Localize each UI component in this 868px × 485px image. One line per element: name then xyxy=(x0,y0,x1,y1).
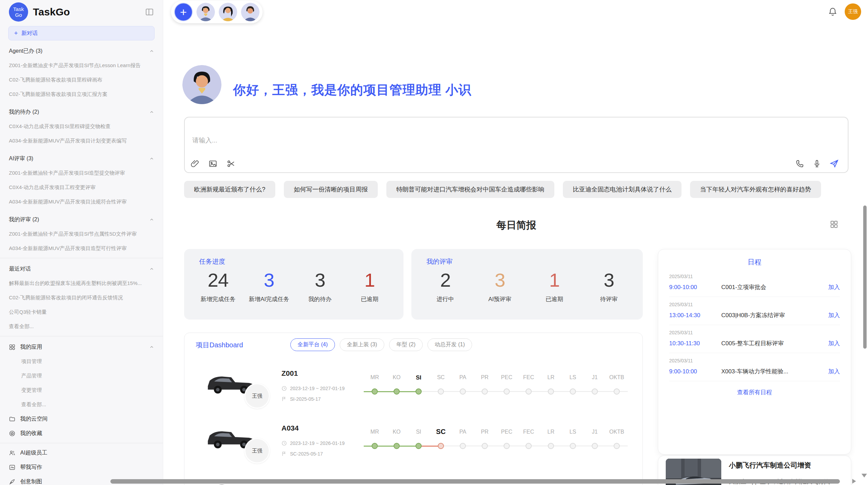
list-item[interactable]: Z001-全新燃油轻卡产品开发项目SI造型提交物评审 xyxy=(0,166,163,180)
chevron-up-icon[interactable] xyxy=(149,267,154,271)
sidebar-item-help-me-write[interactable]: 帮我写作 xyxy=(0,460,163,474)
milestone-dot[interactable] xyxy=(372,388,378,395)
list-item[interactable]: C02-飞腾新能源轻客改款项目立项汇报方案 xyxy=(0,87,163,101)
panel-collapse-icon[interactable] xyxy=(145,8,154,16)
avatar[interactable] xyxy=(241,3,260,21)
new-session-button[interactable]: + xyxy=(174,3,193,21)
milestone-dot[interactable] xyxy=(570,443,576,449)
chevron-up-icon[interactable] xyxy=(149,345,154,349)
scissors-icon[interactable] xyxy=(227,159,236,168)
milestone-dot[interactable] xyxy=(548,388,554,395)
sidebar-item-ai-super-staff[interactable]: AI超级员工 xyxy=(0,446,163,460)
phone-icon[interactable] xyxy=(795,159,804,168)
suggestion-chip[interactable]: 比亚迪全固态电池计划具体说了什么 xyxy=(563,181,682,198)
milestone-dot[interactable] xyxy=(482,388,488,395)
join-link[interactable]: 加入 xyxy=(828,368,840,375)
sidebar-item-cloud-space[interactable]: 我的云空间 xyxy=(0,412,163,426)
prompt-input[interactable] xyxy=(192,137,604,144)
milestone-dot[interactable] xyxy=(438,388,444,395)
project-name[interactable]: Z001 xyxy=(281,369,298,377)
avatar[interactable] xyxy=(196,3,215,21)
section-header-ai-review[interactable]: AI评审 (3) xyxy=(0,151,163,166)
sidebar-item-change-mgmt[interactable]: 变更管理 xyxy=(0,383,163,397)
milestone-dot[interactable] xyxy=(394,443,400,449)
metric-label: 已逾期 xyxy=(535,295,573,303)
milestone-dot[interactable] xyxy=(504,388,510,395)
view-all-recent-link[interactable]: 查看全部... xyxy=(0,319,163,334)
notification-bell-icon[interactable] xyxy=(828,7,837,16)
milestone-dot[interactable] xyxy=(548,443,554,449)
milestone-dot[interactable] xyxy=(460,388,466,395)
list-item[interactable]: A034-全新新能源MUV产品开发项目法规符合性评审 xyxy=(0,195,163,209)
list-item[interactable]: C02-飞腾新能源轻客改款项目里程碑画布 xyxy=(0,73,163,87)
image-icon[interactable] xyxy=(208,159,217,168)
chevron-up-icon[interactable] xyxy=(149,49,154,53)
scroll-right-arrow[interactable] xyxy=(852,479,856,484)
view-all-apps-link[interactable]: 查看全部... xyxy=(0,397,163,412)
milestone-dot[interactable] xyxy=(526,388,532,395)
chevron-up-icon[interactable] xyxy=(149,110,154,114)
section-header-my-todo[interactable]: 我的待办 (2) xyxy=(0,105,163,119)
join-link[interactable]: 加入 xyxy=(828,339,840,347)
filter-chip[interactable]: 全新平台 (4) xyxy=(290,338,335,351)
layout-grid-icon[interactable] xyxy=(830,220,839,229)
suggestion-chip[interactable]: 特朗普可能对进口汽车增税会对中国车企造成哪些影响 xyxy=(386,181,554,198)
project-dashboard-card: 项目Dashboard 全新平台 (4) 全新上装 (3) 年型 (2) 动总开… xyxy=(184,333,643,485)
paperclip-icon[interactable] xyxy=(190,159,199,168)
section-header-agent-done[interactable]: Agent已办 (3) xyxy=(0,44,163,58)
view-all-schedule-link[interactable]: 查看所有日程 xyxy=(669,381,840,403)
milestone-dot[interactable] xyxy=(482,443,488,449)
mic-icon[interactable] xyxy=(812,159,821,168)
list-item[interactable]: A034-全新新能源MUV产品开发项目计划变更表编写 xyxy=(0,134,163,148)
milestone-dot[interactable] xyxy=(372,443,378,449)
milestone-dot[interactable] xyxy=(415,388,422,395)
chevron-up-icon[interactable] xyxy=(149,157,154,161)
milestone-dot[interactable] xyxy=(394,388,400,395)
milestone-dot[interactable] xyxy=(504,443,510,449)
list-item[interactable]: Z001-全新燃油皮卡产品开发项目SI节点Lesson Learn报告 xyxy=(0,58,163,73)
milestone-dot[interactable] xyxy=(570,388,576,395)
project-date-range: 2023-12-19 ~ 2027-01-19 xyxy=(281,386,345,391)
project-name[interactable]: A034 xyxy=(281,424,299,432)
sidebar-item-favorites[interactable]: 我的收藏 xyxy=(0,426,163,440)
vertical-scrollbar-thumb[interactable] xyxy=(863,206,867,349)
filter-chip[interactable]: 全新上装 (3) xyxy=(340,338,384,351)
filter-chip[interactable]: 动总开发 (1) xyxy=(427,338,472,351)
milestone-dot[interactable] xyxy=(592,443,598,449)
sidebar-item-product-mgmt[interactable]: 产品管理 xyxy=(0,369,163,383)
list-item[interactable]: C0X4-动力总成开发项目工程变更评审 xyxy=(0,180,163,195)
divider xyxy=(0,443,163,443)
horizontal-scrollbar-thumb[interactable] xyxy=(110,479,840,484)
list-item[interactable]: A034-全新新能源MUV产品开发项目造型可行性评审 xyxy=(0,241,163,256)
milestone-dot[interactable] xyxy=(526,443,532,449)
milestone-dot-overdue[interactable] xyxy=(438,443,444,449)
filter-chip[interactable]: 年型 (2) xyxy=(389,338,423,351)
section-header-my-apps[interactable]: 我的应用 xyxy=(0,340,163,354)
milestone-dot[interactable] xyxy=(614,443,620,449)
section-header-my-review[interactable]: 我的评审 (2) xyxy=(0,212,163,227)
list-item[interactable]: Z001-全新燃油轻卡产品开发项目SI节点属性5D文件评审 xyxy=(0,227,163,241)
assistant-avatar xyxy=(182,65,221,104)
chevron-up-icon[interactable] xyxy=(149,217,154,222)
list-item[interactable]: C02-飞腾新能源轻客改款项目的闭环通告反馈情况 xyxy=(0,290,163,305)
milestone-dot[interactable] xyxy=(460,443,466,449)
app-title: TaskGo xyxy=(33,6,140,18)
section-header-recent-chats[interactable]: 最近对话 xyxy=(0,262,163,276)
milestone-dot[interactable] xyxy=(592,388,598,395)
send-icon[interactable] xyxy=(830,159,839,168)
avatar[interactable] xyxy=(219,3,237,21)
milestone-dot[interactable] xyxy=(415,443,422,449)
list-item[interactable]: C0X4-动力总成开发项目SI里程碑提交物检查 xyxy=(0,119,163,134)
milestone-dot[interactable] xyxy=(614,388,620,395)
suggestion-chip[interactable]: 如何写一份清晰的项目周报 xyxy=(284,181,378,198)
user-avatar[interactable]: 王强 xyxy=(845,3,861,20)
scroll-down-arrow[interactable] xyxy=(861,474,867,477)
new-chat-button[interactable]: + 新对话 xyxy=(8,26,155,40)
sidebar-item-project-mgmt[interactable]: 项目管理 xyxy=(0,354,163,369)
list-item[interactable]: 公司Q3轻卡销量 xyxy=(0,305,163,319)
suggestion-chip[interactable]: 当下年轻人对汽车外观有怎样的喜好趋势 xyxy=(690,181,821,198)
list-item[interactable]: 解释最新出台的欧盟报废车法规再生塑料比例被调至15%... xyxy=(0,276,163,290)
join-link[interactable]: 加入 xyxy=(828,311,840,319)
join-link[interactable]: 加入 xyxy=(828,283,840,291)
suggestion-chip[interactable]: 欧洲新规最近颁布了什么? xyxy=(184,181,275,198)
